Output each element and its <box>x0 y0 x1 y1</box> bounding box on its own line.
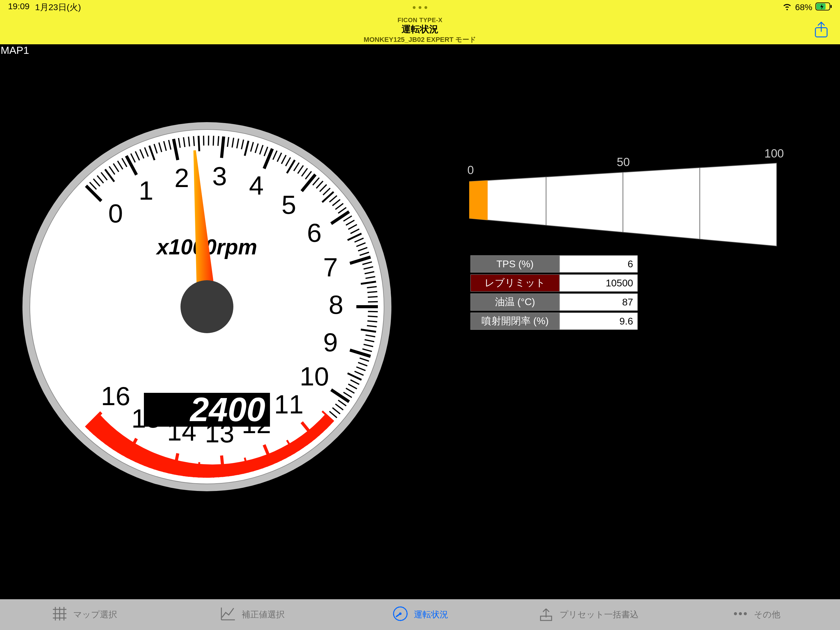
dial-number-3: 3 <box>212 161 227 191</box>
dial-number-7: 7 <box>323 252 338 282</box>
dial-number-6: 6 <box>307 218 322 247</box>
svg-line-88 <box>368 316 377 317</box>
tab-label: 運転状況 <box>414 609 448 621</box>
dial-number-5: 5 <box>282 190 297 219</box>
svg-line-84 <box>368 296 377 297</box>
tachometer-gauge: 012345678910111213141516x1000rpm2400 <box>18 117 396 496</box>
readout-row: レブリミット10500 <box>471 274 638 291</box>
tab-upload[interactable]: プリセット一括書込 <box>504 599 672 630</box>
readout-label: レブリミット <box>471 274 560 291</box>
svg-point-169 <box>180 280 234 333</box>
tab-grid[interactable]: マップ選択 <box>0 599 168 630</box>
more-icon <box>732 605 749 624</box>
multitask-indicator[interactable] <box>413 6 427 9</box>
dial-number-10: 10 <box>300 361 329 391</box>
readout-value: 9.6 <box>560 313 638 330</box>
throttle-scale-0: 0 <box>467 164 474 177</box>
dial-number-4: 4 <box>249 171 264 200</box>
tab-label: プリセット一括書込 <box>560 609 639 621</box>
dial-number-2: 2 <box>174 163 189 193</box>
tab-more[interactable]: その他 <box>672 599 840 630</box>
battery-percentage: 68% <box>795 2 812 12</box>
upload-icon <box>537 605 555 624</box>
tab-label: マップ選択 <box>73 609 117 621</box>
svg-marker-171 <box>469 180 488 220</box>
gauge-icon <box>392 605 409 624</box>
svg-line-32 <box>204 136 204 146</box>
svg-line-36 <box>222 136 224 158</box>
readout-label: 噴射開閉率 (%) <box>471 313 560 330</box>
status-time: 19:09 <box>8 2 30 13</box>
dial-number-0: 0 <box>108 198 123 228</box>
tab-label: その他 <box>754 609 780 621</box>
svg-line-34 <box>213 136 214 146</box>
svg-line-83 <box>368 291 377 293</box>
readout-value: 87 <box>560 293 638 311</box>
throttle-scale-50: 50 <box>617 156 630 169</box>
wifi-icon <box>782 2 792 12</box>
svg-line-85 <box>368 302 378 302</box>
svg-point-180 <box>739 612 742 615</box>
tab-gauge[interactable]: 運転状況 <box>336 599 504 630</box>
svg-point-179 <box>734 612 737 615</box>
status-date: 1月23日(火) <box>35 2 81 13</box>
status-bar: 19:09 1月23日(火) 68% <box>0 0 840 15</box>
svg-line-35 <box>218 136 219 146</box>
svg-point-177 <box>399 613 401 615</box>
throttle-scale-100: 100 <box>764 147 784 160</box>
readout-value: 10500 <box>560 274 638 291</box>
svg-line-141 <box>199 462 199 477</box>
map-label: MAP1 <box>1 44 29 56</box>
tab-bar: マップ選択補正値選択運転状況プリセット一括書込その他 <box>0 599 840 630</box>
tacho-digital-rpm: 2400 <box>189 390 265 428</box>
share-button[interactable] <box>813 22 829 38</box>
dial-number-1: 1 <box>139 176 153 205</box>
svg-point-181 <box>744 612 747 615</box>
page-title: 運転状況 <box>364 23 476 36</box>
readout-label: TPS (%) <box>471 255 560 272</box>
tab-label: 補正値選択 <box>242 609 285 621</box>
line-chart-icon <box>219 605 237 624</box>
grid-icon <box>51 605 68 624</box>
dial-number-16: 16 <box>101 381 130 411</box>
svg-line-87 <box>368 311 378 312</box>
readout-table: TPS (%)6レブリミット10500油温 (°C)87噴射開閉率 (%)9.6 <box>471 255 638 332</box>
svg-line-30 <box>193 136 194 146</box>
readout-row: 油温 (°C)87 <box>471 293 638 311</box>
readout-row: 噴射開閉率 (%)9.6 <box>471 313 638 330</box>
dial-number-11: 11 <box>274 389 304 419</box>
svg-line-138 <box>213 468 214 478</box>
svg-line-142 <box>193 467 194 477</box>
svg-line-137 <box>218 468 219 477</box>
dial-number-9: 9 <box>323 327 338 357</box>
svg-line-89 <box>368 321 377 322</box>
readout-row: TPS (%)6 <box>471 255 638 272</box>
svg-line-140 <box>204 468 204 478</box>
title-subtitle: MONKEY125_JB02 EXPERT モード <box>364 35 476 44</box>
battery-charging-icon <box>815 2 832 13</box>
title-supertitle: FICON TYPE-X <box>364 17 476 24</box>
readout-value: 6 <box>560 255 638 272</box>
throttle-indicator: 0 50 100 <box>469 154 783 258</box>
dial-number-8: 8 <box>329 290 343 319</box>
svg-rect-1 <box>831 5 832 8</box>
title-bar: FICON TYPE-X 運転状況 MONKEY125_JB02 EXPERT … <box>0 15 840 44</box>
tab-line-chart[interactable]: 補正値選択 <box>168 599 336 630</box>
svg-line-136 <box>222 456 224 477</box>
svg-line-31 <box>199 136 199 151</box>
readout-label: 油温 (°C) <box>471 293 560 311</box>
